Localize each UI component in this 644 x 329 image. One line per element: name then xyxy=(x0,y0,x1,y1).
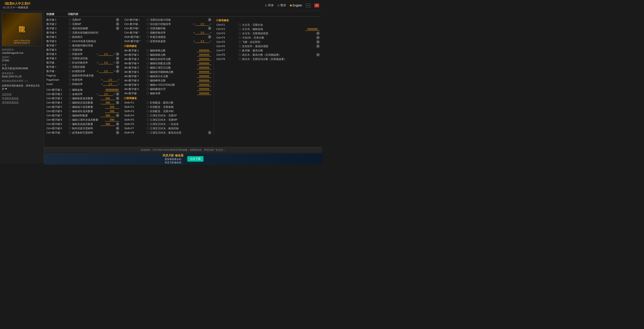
info-icon[interactable]: ! xyxy=(208,27,211,30)
request-trainer-link[interactable]: 申请制作修改器 xyxy=(2,97,42,100)
cheat-toggle[interactable] xyxy=(239,45,241,47)
cheat-toggle[interactable] xyxy=(239,54,241,56)
check-update[interactable]: 检查修改器版本更新（√） xyxy=(2,79,42,82)
info-icon[interactable]: ! xyxy=(316,44,320,48)
info-icon[interactable]: ! xyxy=(316,53,320,56)
inc-btn[interactable]: > xyxy=(114,53,115,56)
cheat-toggle[interactable] xyxy=(239,49,241,52)
cheat-toggle[interactable] xyxy=(69,48,71,51)
lang-english-radio[interactable] xyxy=(290,4,292,6)
value-input[interactable] xyxy=(197,53,211,56)
cheat-toggle[interactable] xyxy=(146,123,149,125)
multiplier-input[interactable] xyxy=(103,78,117,82)
cheat-toggle[interactable] xyxy=(146,88,149,90)
cheat-toggle[interactable] xyxy=(146,49,149,52)
cheat-toggle[interactable] xyxy=(69,110,71,112)
value-input[interactable] xyxy=(197,70,211,74)
value-input[interactable] xyxy=(101,114,115,117)
dec-btn[interactable]: < xyxy=(193,40,195,42)
cheat-toggle[interactable] xyxy=(69,97,71,100)
cheat-toggle[interactable] xyxy=(69,102,71,104)
cheat-toggle[interactable] xyxy=(69,132,71,134)
info-icon[interactable]: ! xyxy=(116,127,119,130)
cheat-toggle[interactable] xyxy=(146,32,149,34)
lang-simplified[interactable]: 简体 xyxy=(265,3,274,8)
cheat-toggle[interactable] xyxy=(239,36,241,39)
cheat-toggle[interactable] xyxy=(69,57,71,60)
info-icon[interactable]: ! xyxy=(116,18,119,22)
info-icon[interactable]: ! xyxy=(116,92,119,96)
info-icon[interactable]: ! xyxy=(208,35,211,38)
value-input[interactable] xyxy=(197,79,211,82)
cheat-toggle[interactable] xyxy=(69,114,71,117)
inc-btn[interactable]: > xyxy=(118,83,119,86)
info-icon[interactable]: ! xyxy=(316,40,320,44)
dec-btn[interactable]: < xyxy=(97,62,98,64)
value-input[interactable] xyxy=(105,110,119,113)
info-icon[interactable]: ! xyxy=(116,114,119,117)
cheat-toggle[interactable] xyxy=(239,41,241,43)
ad-download-button[interactable]: 点击下载 xyxy=(187,156,204,162)
info-icon[interactable]: ! xyxy=(208,131,211,134)
cheat-toggle[interactable] xyxy=(146,71,149,73)
cheat-toggle[interactable] xyxy=(239,24,241,26)
cheat-toggle[interactable] xyxy=(146,66,149,69)
dec-btn[interactable]: < xyxy=(193,32,195,34)
multiplier-input[interactable] xyxy=(103,82,117,86)
dec-btn[interactable]: < xyxy=(101,78,102,81)
cheat-toggle[interactable] xyxy=(146,102,149,104)
inc-btn[interactable]: > xyxy=(114,93,115,96)
cheat-toggle[interactable] xyxy=(239,32,241,34)
cheat-toggle[interactable] xyxy=(146,79,149,82)
lang-english[interactable]: English xyxy=(290,4,302,7)
cheat-toggle[interactable] xyxy=(69,127,71,130)
info-icon[interactable]: ! xyxy=(116,70,119,73)
cheat-toggle[interactable] xyxy=(69,66,71,68)
value-input[interactable] xyxy=(105,88,119,92)
value-input[interactable] xyxy=(105,118,119,122)
cheat-toggle[interactable] xyxy=(69,53,71,55)
cheat-toggle[interactable] xyxy=(146,23,149,25)
cheat-toggle[interactable] xyxy=(69,88,71,91)
cheat-toggle[interactable] xyxy=(69,32,71,34)
value-input[interactable] xyxy=(197,83,211,86)
cheat-toggle[interactable] xyxy=(69,123,71,125)
info-icon[interactable]: ! xyxy=(116,101,119,104)
dec-btn[interactable]: < xyxy=(101,83,102,86)
info-icon[interactable]: ! xyxy=(116,131,119,134)
cheat-toggle[interactable] xyxy=(146,54,149,56)
cheat-toggle[interactable] xyxy=(146,132,149,134)
value-input[interactable] xyxy=(305,28,320,31)
cheat-toggle[interactable] xyxy=(69,78,71,81)
value-input[interactable] xyxy=(105,106,119,108)
multiplier-input[interactable] xyxy=(99,70,113,73)
inc-btn[interactable]: > xyxy=(118,78,119,81)
cheat-toggle[interactable] xyxy=(69,27,71,30)
value-input[interactable] xyxy=(197,88,211,91)
info-icon[interactable]: ! xyxy=(116,22,119,26)
multiplier-input[interactable] xyxy=(195,31,210,34)
cheat-toggle[interactable] xyxy=(146,110,149,112)
inc-btn[interactable]: > xyxy=(114,62,115,64)
inc-btn[interactable]: > xyxy=(210,40,211,42)
value-input[interactable] xyxy=(197,62,211,65)
value-input[interactable] xyxy=(197,49,211,52)
multiplier-input[interactable] xyxy=(99,92,113,96)
info-icon[interactable]: ! xyxy=(116,122,119,126)
multiplier-input[interactable] xyxy=(195,40,210,43)
inc-btn[interactable]: > xyxy=(114,70,115,72)
cheat-toggle[interactable] xyxy=(146,92,149,94)
value-input[interactable] xyxy=(197,92,211,95)
cheat-toggle[interactable] xyxy=(69,36,71,38)
value-input[interactable] xyxy=(197,58,211,61)
multiplier-input[interactable] xyxy=(99,61,113,64)
cheat-toggle[interactable] xyxy=(69,70,71,72)
cheat-toggle[interactable] xyxy=(146,36,149,38)
close-button[interactable]: ✕ xyxy=(314,4,319,8)
cheat-toggle[interactable] xyxy=(146,127,149,130)
info-icon[interactable]: ! xyxy=(116,52,119,56)
cheat-toggle[interactable] xyxy=(146,118,149,121)
cheat-toggle[interactable] xyxy=(146,40,149,42)
cheat-toggle[interactable] xyxy=(69,62,71,64)
inc-btn[interactable]: > xyxy=(210,32,211,34)
